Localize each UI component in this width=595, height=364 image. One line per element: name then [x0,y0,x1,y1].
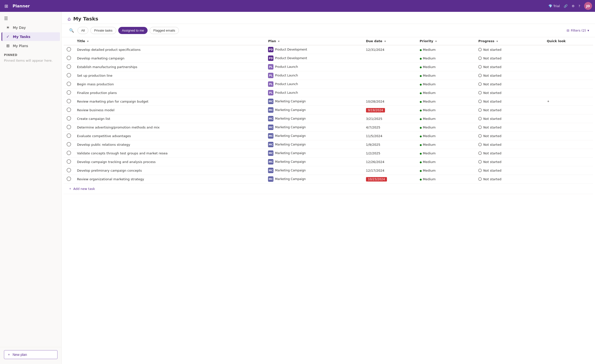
task-checkbox[interactable] [67,108,71,112]
plan-badge[interactable]: MCMarketing Campaign [268,176,306,182]
task-title[interactable]: Evaluate competitive advantages [77,134,131,138]
th-plan[interactable]: Plan ▾ [265,37,363,45]
plan-name: Marketing Campaign [275,169,306,172]
tab-flagged-emails[interactable]: Flagged emails [150,27,179,34]
plan-name: Marketing Campaign [275,143,306,146]
filters-button[interactable]: ⊟ Filters (2) ▾ [567,29,589,32]
task-checkbox[interactable] [67,47,71,52]
plan-badge[interactable]: PLProduct Launch [268,90,298,95]
plan-badge[interactable]: PLProduct Launch [268,73,298,78]
page-header: ⌂ My Tasks [62,12,595,24]
plan-badge[interactable]: MCMarketing Campaign [268,159,306,164]
task-checkbox[interactable] [67,177,71,181]
plan-badge[interactable]: MCMarketing Campaign [268,99,306,104]
plan-badge[interactable]: PLProduct Launch [268,81,298,87]
task-title[interactable]: Develop preliminary campaign concepts [77,169,142,172]
plan-badge[interactable]: PDProduct Development [268,55,307,61]
task-title[interactable]: Create campaign list [77,117,110,121]
task-title[interactable]: Determine advertising/promotion methods … [77,126,160,129]
add-task-button[interactable]: ＋Add new task [67,185,590,192]
plan-badge[interactable]: MCMarketing Campaign [268,107,306,113]
due-date: 12/31/2024 [366,48,384,52]
progress-value: Not started [483,82,501,86]
priority-dot: ● [420,144,422,146]
plan-badge[interactable]: MCMarketing Campaign [268,116,306,121]
table-row: Create campaign listⓘ⋮MCMarketing Campai… [64,114,593,123]
share-button[interactable]: 🔗 [564,4,568,8]
progress-circle [478,143,482,146]
task-checkbox[interactable] [67,133,71,138]
trial-button[interactable]: 💎 Trial [548,4,560,8]
waffle-icon[interactable]: ⊞ [3,2,10,10]
settings-button[interactable]: ⚙ [572,4,575,8]
task-title[interactable]: Review business model [77,108,115,112]
filter-icon: ⊟ [567,29,569,32]
share-icon: 🔗 [564,4,568,8]
tab-all[interactable]: All [77,27,88,34]
plan-badge[interactable]: MCMarketing Campaign [268,168,306,173]
task-checkbox[interactable] [67,56,71,60]
plan-icon: MC [268,168,273,173]
plan-badge[interactable]: MCMarketing Campaign [268,125,306,130]
plan-badge[interactable]: PDProduct Development [268,47,307,52]
sidebar-item-my-day[interactable]: ☀ My Day [1,23,60,32]
due-date: 1/2/2025 [366,151,380,155]
table-row: Determine advertising/promotion methods … [64,123,593,132]
table-header-row: Title ▾ Plan ▾ Due date ▾ Priority ▾ [64,37,593,45]
task-title[interactable]: Establish manufacturing partnerships [77,65,137,69]
task-checkbox[interactable] [67,125,71,129]
topbar: ⊞ Planner 💎 Trial 🔗 ⚙ ? JD [0,0,595,12]
plan-badge[interactable]: PLProduct Launch [268,64,298,70]
filters-label: Filters (2) [571,29,586,32]
priority-dot: ● [420,66,422,69]
th-title[interactable]: Title ▾ [74,37,265,45]
task-title[interactable]: Review marketing plan for campaign budge… [77,100,148,103]
th-progress[interactable]: Progress ▾ [475,37,544,45]
task-checkbox[interactable] [67,82,71,86]
priority-dot: ● [420,92,422,94]
task-checkbox[interactable] [67,73,71,77]
priority-dot: ● [420,161,422,164]
task-title[interactable]: Review organizational marketing strategy [77,177,144,181]
task-title[interactable]: Validate concepts through test groups an… [77,151,168,155]
th-due-date[interactable]: Due date ▾ [363,37,417,45]
task-checkbox[interactable] [67,116,71,121]
plan-icon: PL [268,64,273,70]
plan-badge[interactable]: MCMarketing Campaign [268,150,306,156]
table-row: Review marketing plan for campaign budge… [64,97,593,106]
quicklook-icon[interactable]: ✦ [547,99,550,103]
tab-assigned-to-me[interactable]: Assigned to me [118,27,148,34]
search-button[interactable]: 🔍 [68,27,76,34]
th-priority[interactable]: Priority ▾ [417,37,476,45]
task-title[interactable]: Finalize production plans [77,91,117,95]
help-button[interactable]: ? [578,4,580,8]
plan-badge[interactable]: MCMarketing Campaign [268,142,306,147]
progress-value: Not started [483,117,501,121]
task-title[interactable]: Set up production line [77,74,113,77]
plan-badge[interactable]: MCMarketing Campaign [268,133,306,139]
task-title[interactable]: Develop public relations strategy [77,143,130,146]
task-checkbox[interactable] [67,168,71,172]
plan-name: Marketing Campaign [275,134,306,138]
task-checkbox[interactable] [67,142,71,146]
sidebar-item-my-tasks[interactable]: ✓ My Tasks [1,32,60,41]
task-title[interactable]: Develop detailed product specifications [77,48,140,52]
task-title[interactable]: Develop campaign tracking and analysis p… [77,160,156,164]
sidebar-toggle[interactable]: ☰ [0,14,61,23]
task-checkbox[interactable] [67,159,71,164]
task-checkbox[interactable] [67,90,71,95]
task-checkbox[interactable] [67,99,71,103]
priority-dot: ● [420,83,422,86]
due-date: 12/26/2024 [366,160,384,164]
task-title[interactable]: Develop marketing campaign [77,56,124,60]
task-checkbox[interactable] [67,64,71,69]
task-checkbox[interactable] [67,151,71,155]
new-plan-button[interactable]: ＋ New plan [4,350,58,359]
plan-icon: MC [268,125,273,130]
sidebar-item-my-plans[interactable]: ⊞ My Plans [1,41,60,50]
tab-private-tasks[interactable]: Private tasks [90,27,116,34]
task-title[interactable]: Begin mass production [77,82,114,86]
pinned-section-label: Pinned [0,50,61,58]
avatar[interactable]: JD [584,2,592,10]
priority-value: ●Medium [420,134,436,138]
